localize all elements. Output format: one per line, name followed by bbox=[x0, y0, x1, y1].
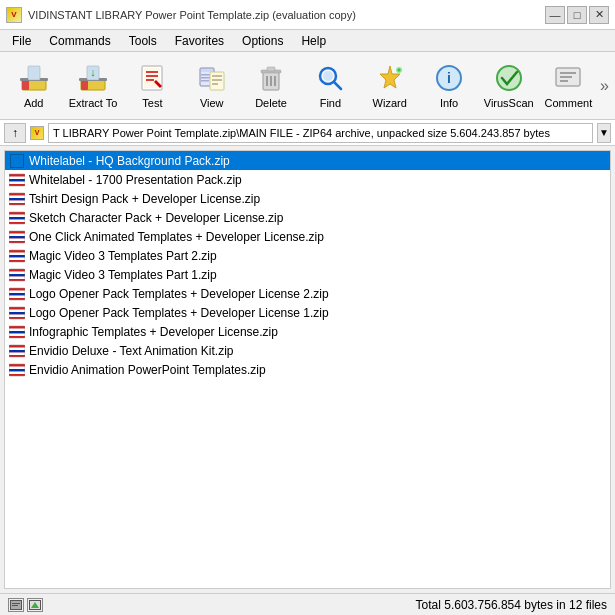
svg-rect-83 bbox=[9, 279, 25, 281]
find-label: Find bbox=[320, 97, 341, 109]
test-button[interactable]: Test bbox=[125, 57, 180, 115]
main-content: Whitelabel - HQ Background Pack.zip Whit… bbox=[0, 146, 615, 593]
svg-rect-122 bbox=[12, 603, 20, 604]
list-item[interactable]: Envidio Animation PowerPoint Templates.z… bbox=[5, 360, 610, 379]
list-item[interactable]: Magic Video 3 Templates Part 2.zip bbox=[5, 246, 610, 265]
menu-options[interactable]: Options bbox=[234, 32, 291, 50]
file-icon bbox=[9, 286, 25, 302]
svg-rect-26 bbox=[267, 67, 275, 71]
menu-file[interactable]: File bbox=[4, 32, 39, 50]
list-item[interactable]: Envidio Deluxe - Text Animation Kit.zip bbox=[5, 341, 610, 360]
svg-rect-44 bbox=[9, 174, 25, 177]
view-icon bbox=[196, 62, 228, 94]
file-list[interactable]: Whitelabel - HQ Background Pack.zip Whit… bbox=[4, 150, 611, 589]
path-text: T LIBRARY Power Point Template.zip\MAIN … bbox=[48, 123, 593, 143]
delete-button[interactable]: Delete bbox=[243, 57, 298, 115]
nav-up-button[interactable]: ↑ bbox=[4, 123, 26, 143]
close-button[interactable]: ✕ bbox=[589, 6, 609, 24]
list-item[interactable]: Magic Video 3 Templates Part 1.zip bbox=[5, 265, 610, 284]
svg-rect-19 bbox=[201, 80, 209, 82]
svg-rect-53 bbox=[9, 198, 25, 201]
file-icon bbox=[9, 248, 25, 264]
svg-text:↓: ↓ bbox=[90, 66, 96, 78]
svg-rect-80 bbox=[9, 271, 25, 274]
svg-rect-88 bbox=[9, 293, 25, 296]
find-button[interactable]: Find bbox=[303, 57, 358, 115]
svg-rect-108 bbox=[9, 347, 25, 350]
list-item[interactable]: One Click Animated Templates + Developer… bbox=[5, 227, 610, 246]
minimize-button[interactable]: — bbox=[545, 6, 565, 24]
file-icon bbox=[9, 343, 25, 359]
menu-help[interactable]: Help bbox=[293, 32, 334, 50]
svg-point-32 bbox=[323, 71, 333, 81]
file-name: Whitelabel - HQ Background Pack.zip bbox=[29, 154, 230, 168]
menu-favorites[interactable]: Favorites bbox=[167, 32, 232, 50]
virusscan-button[interactable]: VirusScan bbox=[481, 57, 537, 115]
file-name: Envidio Animation PowerPoint Templates.z… bbox=[29, 363, 266, 377]
wizard-button[interactable]: Wizard bbox=[362, 57, 417, 115]
status-text: Total 5.603.756.854 bytes in 12 files bbox=[416, 598, 607, 612]
extract-to-button[interactable]: ↓ Extract To bbox=[65, 57, 120, 115]
svg-rect-55 bbox=[9, 203, 25, 205]
file-icon bbox=[9, 305, 25, 321]
svg-rect-115 bbox=[9, 366, 25, 369]
title-bar-left: V VIDINSTANT LIBRARY Power Point Templat… bbox=[6, 7, 356, 23]
maximize-button[interactable]: □ bbox=[567, 6, 587, 24]
list-item[interactable]: Logo Opener Pack Templates + Developer L… bbox=[5, 284, 610, 303]
list-item[interactable]: Logo Opener Pack Templates + Developer L… bbox=[5, 303, 610, 322]
svg-rect-110 bbox=[9, 352, 25, 355]
find-icon bbox=[314, 62, 346, 94]
app-icon: V bbox=[6, 7, 22, 23]
list-item[interactable]: Whitelabel - HQ Background Pack.zip bbox=[5, 151, 610, 170]
file-icon bbox=[9, 153, 25, 169]
comment-button[interactable]: Comment bbox=[541, 57, 596, 115]
svg-rect-114 bbox=[9, 364, 25, 367]
svg-rect-66 bbox=[9, 233, 25, 236]
menu-tools[interactable]: Tools bbox=[121, 32, 165, 50]
view-button[interactable]: View bbox=[184, 57, 239, 115]
svg-rect-79 bbox=[9, 269, 25, 272]
file-icon bbox=[9, 191, 25, 207]
svg-rect-1 bbox=[22, 80, 29, 90]
extract-to-icon: ↓ bbox=[77, 62, 109, 94]
list-item[interactable]: Infographic Templates + Developer Licens… bbox=[5, 322, 610, 341]
file-name: Logo Opener Pack Templates + Developer L… bbox=[29, 287, 329, 301]
file-icon bbox=[9, 324, 25, 340]
svg-rect-116 bbox=[9, 369, 25, 372]
info-icon: i bbox=[433, 62, 465, 94]
svg-rect-111 bbox=[9, 355, 25, 357]
svg-rect-123 bbox=[12, 605, 18, 606]
svg-rect-69 bbox=[9, 241, 25, 243]
svg-text:i: i bbox=[447, 70, 451, 86]
status-bar: Total 5.603.756.854 bytes in 12 files bbox=[0, 593, 615, 615]
list-item[interactable]: Tshirt Design Pack + Developer License.z… bbox=[5, 189, 610, 208]
info-button[interactable]: i Info bbox=[421, 57, 476, 115]
svg-rect-76 bbox=[9, 260, 25, 262]
list-item[interactable]: Whitelabel - 1700 Presentation Pack.zip bbox=[5, 170, 610, 189]
extract-to-label: Extract To bbox=[69, 97, 118, 109]
file-icon bbox=[9, 210, 25, 226]
menu-commands[interactable]: Commands bbox=[41, 32, 118, 50]
list-item[interactable]: Sketch Character Pack + Developer Licens… bbox=[5, 208, 610, 227]
info-label: Info bbox=[440, 97, 458, 109]
svg-rect-97 bbox=[9, 317, 25, 319]
svg-rect-101 bbox=[9, 328, 25, 331]
menu-bar: File Commands Tools Favorites Options He… bbox=[0, 30, 615, 52]
toolbar: + Add ↓ Extract To bbox=[0, 52, 615, 120]
svg-rect-93 bbox=[9, 307, 25, 310]
svg-rect-68 bbox=[9, 238, 25, 241]
path-dropdown-button[interactable]: ▼ bbox=[597, 123, 611, 143]
svg-rect-87 bbox=[9, 290, 25, 293]
more-tools-indicator: » bbox=[600, 77, 609, 95]
wizard-label: Wizard bbox=[373, 97, 407, 109]
view-label: View bbox=[200, 97, 224, 109]
svg-rect-51 bbox=[9, 193, 25, 196]
svg-rect-118 bbox=[9, 374, 25, 376]
address-bar: ↑ V T LIBRARY Power Point Template.zip\M… bbox=[0, 120, 615, 146]
add-button[interactable]: + Add bbox=[6, 57, 61, 115]
file-icon bbox=[9, 267, 25, 283]
svg-rect-52 bbox=[9, 195, 25, 198]
svg-line-31 bbox=[334, 82, 341, 89]
svg-rect-96 bbox=[9, 314, 25, 317]
file-name: Envidio Deluxe - Text Animation Kit.zip bbox=[29, 344, 234, 358]
